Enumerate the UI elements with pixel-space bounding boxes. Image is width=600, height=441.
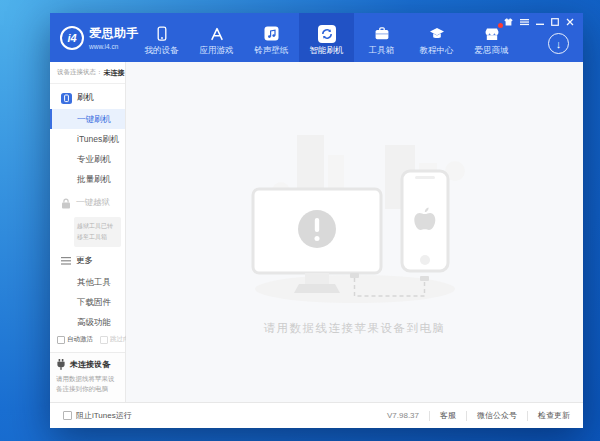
i4-logo-icon: i4 [60,26,84,50]
auto-activate-checkbox[interactable]: 自动激活 [57,335,93,344]
tab-my-device[interactable]: 我的设备 [134,13,189,62]
close-icon[interactable] [566,18,574,26]
ringtone-icon [264,25,279,42]
sidebar-item-advanced-features[interactable]: 高级功能 [50,312,125,332]
main-content: 请用数据线连接苹果设备到电脑 [126,62,583,402]
flash-phone-icon [61,93,72,104]
device-connection-status: 设备连接状态：未连接 [50,62,125,84]
menu-lines-icon [61,257,71,265]
tab-toolbox[interactable]: 工具箱 [354,13,409,62]
smart-flash-icon [318,25,336,43]
version-label: V7.98.37 [387,411,419,420]
nav-tabs: 我的设备 应用游戏 铃声壁纸 智能刷机 [134,13,519,62]
section-more: 更多 [50,247,125,272]
sidebar-item-one-key-flash[interactable]: 一键刷机 [50,109,125,129]
section-flash: 刷机 [50,84,125,109]
block-itunes-checkbox[interactable]: 阻止iTunes运行 [63,410,132,421]
device-status-title: 未连接设备 [70,359,110,370]
sidebar: 设备连接状态：未连接 刷机 一键刷机 iTunes刷机 专业刷机 批量刷机 一键… [50,62,126,402]
device-status-desc: 请用数据线将苹果设备连接到你的电脑 [56,374,119,394]
app-title: 爱思助手 [89,25,139,42]
usb-plug-icon [56,359,66,370]
tab-app-games[interactable]: 应用游戏 [189,13,244,62]
store-icon [484,25,500,42]
sidebar-item-batch-flash[interactable]: 批量刷机 [50,169,125,189]
device-status-panel: 未连接设备 请用数据线将苹果设备连接到你的电脑 [50,352,125,402]
menu-icon[interactable] [520,18,529,26]
app-logo: i4 爱思助手 www.i4.cn [50,13,134,62]
support-link[interactable]: 客服 [440,410,456,421]
wechat-official-link[interactable]: 微信公众号 [477,410,517,421]
tab-tutorial-center[interactable]: 教程中心 [409,13,464,62]
tab-ringtones-wallpapers[interactable]: 铃声壁纸 [244,13,299,62]
bottom-bar: 阻止iTunes运行 V7.98.37 客服 微信公众号 检查更新 [50,402,583,428]
notification-badge [498,23,503,28]
app-games-icon [209,25,225,42]
connect-device-caption: 请用数据线连接苹果设备到电脑 [264,321,446,336]
sidebar-item-other-tools[interactable]: 其他工具 [50,272,125,292]
skin-icon[interactable] [504,18,513,26]
app-window: i4 爱思助手 www.i4.cn 我的设备 应用游戏 [50,13,583,428]
status-value: 未连接 [104,68,125,78]
toolbox-icon [374,25,390,42]
tab-smart-flash[interactable]: 智能刷机 [299,13,354,62]
sidebar-item-pro-flash[interactable]: 专业刷机 [50,149,125,169]
monitor-and-iphone-disconnected-illustration [237,129,473,315]
app-url: www.i4.cn [89,43,139,50]
sidebar-item-itunes-flash[interactable]: iTunes刷机 [50,129,125,149]
maximize-icon[interactable] [551,18,559,26]
lock-icon [61,198,71,209]
sidebar-options: 自动激活 跳过向导 [50,335,125,352]
phone-icon [154,25,170,42]
download-circle-icon[interactable]: ↓ [548,33,569,54]
title-navbar: i4 爱思助手 www.i4.cn 我的设备 应用游戏 [50,13,583,62]
jailbreak-moved-note: 越狱工具已转移至工具箱 [74,217,121,247]
window-controls [504,18,574,26]
tutorial-icon [429,25,445,42]
minimize-icon[interactable] [536,18,544,26]
check-update-link[interactable]: 检查更新 [538,410,570,421]
sidebar-item-download-firmware[interactable]: 下载固件 [50,292,125,312]
section-jailbreak: 一键越狱 [50,189,125,214]
